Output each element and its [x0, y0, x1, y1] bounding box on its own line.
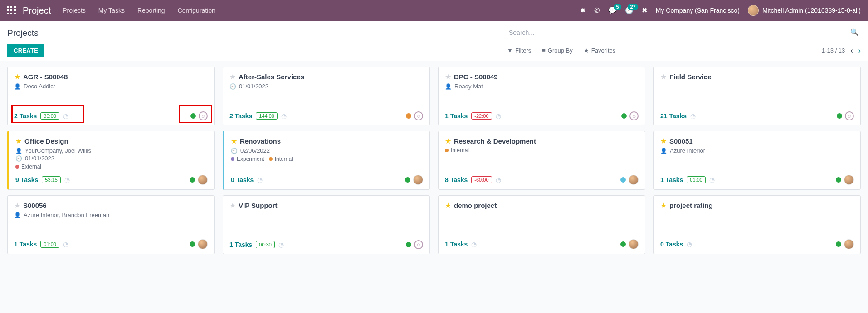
- clock-icon[interactable]: ◔: [496, 112, 501, 120]
- messages-icon[interactable]: 💬 5: [608, 6, 617, 14]
- status-dot-icon[interactable]: [837, 113, 842, 119]
- nav-link-mytasks[interactable]: My Tasks: [98, 7, 125, 14]
- clock-icon[interactable]: ◔: [63, 112, 68, 120]
- pager-prev-icon[interactable]: ‹: [850, 47, 853, 55]
- favorite-star-icon[interactable]: ★: [231, 137, 237, 145]
- tasks-link[interactable]: 2 Tasks: [14, 112, 37, 120]
- satisfaction-face-icon[interactable]: ☺: [414, 111, 423, 120]
- tasks-link[interactable]: 1 Tasks: [14, 241, 37, 248]
- favorites-button[interactable]: ★ Favorites: [584, 47, 615, 54]
- nav-link-reporting[interactable]: Reporting: [137, 7, 165, 14]
- favorite-star-icon[interactable]: ★: [229, 72, 236, 81]
- status-dot-icon[interactable]: [836, 241, 841, 247]
- favorite-star-icon[interactable]: ★: [445, 137, 451, 145]
- favorite-star-icon[interactable]: ★: [660, 201, 667, 210]
- status-dot-icon[interactable]: [405, 177, 410, 183]
- assignee-avatar-icon[interactable]: [844, 175, 854, 185]
- tasks-link[interactable]: 0 Tasks: [231, 176, 254, 183]
- apps-menu-icon[interactable]: [7, 6, 16, 15]
- project-card[interactable]: ★After-Sales Services🕘01/01/20222 Tasks1…: [223, 67, 430, 125]
- clock-icon[interactable]: ◔: [496, 176, 501, 183]
- status-dot-icon[interactable]: [620, 177, 626, 183]
- nav-link-configuration[interactable]: Configuration: [178, 7, 215, 14]
- status-dot-icon[interactable]: [406, 113, 411, 119]
- tasks-link[interactable]: 2 Tasks: [229, 112, 252, 120]
- clock-icon[interactable]: ◔: [690, 112, 696, 120]
- project-card[interactable]: ★VIP Support1 Tasks00:30◔☺: [223, 195, 430, 254]
- tasks-link[interactable]: 9 Tasks: [15, 176, 38, 183]
- satisfaction-face-icon[interactable]: ☺: [199, 111, 208, 120]
- phone-icon[interactable]: ✆: [594, 6, 600, 14]
- project-card[interactable]: ★DPC - S00049👤Ready Mat1 Tasks-22:00◔☺: [438, 67, 645, 125]
- app-brand[interactable]: Project: [23, 5, 51, 16]
- status-dot-icon[interactable]: [406, 242, 411, 247]
- groupby-button[interactable]: ≡ Group By: [542, 47, 573, 54]
- assignee-avatar-icon[interactable]: [844, 239, 854, 249]
- project-card[interactable]: ★S00056👤Azure Interior, Brandon Freeman1…: [7, 195, 215, 254]
- status-dot-icon[interactable]: [836, 177, 841, 183]
- search-input[interactable]: [507, 26, 861, 39]
- clock-icon[interactable]: ◔: [278, 241, 284, 248]
- satisfaction-face-icon[interactable]: ☺: [629, 111, 639, 120]
- favorite-star-icon[interactable]: ★: [660, 72, 667, 81]
- project-card[interactable]: ★Renovations🕘02/06/2022ExperimentInterna…: [223, 131, 430, 190]
- tasks-link[interactable]: 8 Tasks: [445, 176, 468, 183]
- favorite-star-icon[interactable]: ★: [660, 137, 667, 145]
- filters-button[interactable]: ▼ Filters: [507, 47, 531, 54]
- card-meta-text: Azure Interior, Brandon Freeman: [24, 212, 109, 218]
- status-dot-icon[interactable]: [620, 241, 626, 247]
- assignee-avatar-icon[interactable]: [629, 175, 639, 185]
- clock-icon[interactable]: ◔: [257, 176, 263, 183]
- status-dot-icon[interactable]: [190, 113, 196, 119]
- project-card[interactable]: ★S00051👤Azure Interior1 Tasks01:00◔: [653, 131, 861, 190]
- clock-icon[interactable]: ◔: [471, 241, 477, 248]
- project-card[interactable]: ★project rating0 Tasks◔: [653, 195, 861, 254]
- favorite-star-icon[interactable]: ★: [15, 137, 22, 145]
- assignee-avatar-icon[interactable]: [198, 239, 208, 249]
- tasks-link[interactable]: 1 Tasks: [445, 241, 468, 248]
- satisfaction-face-icon[interactable]: ☺: [845, 111, 854, 120]
- tag-dot-icon: [445, 149, 449, 152]
- satisfaction-face-icon[interactable]: ☺: [414, 240, 423, 249]
- assignee-avatar-icon[interactable]: [413, 175, 423, 185]
- favorite-star-icon[interactable]: ★: [229, 201, 236, 210]
- clock-icon: 🕘: [229, 83, 236, 90]
- favorite-star-icon[interactable]: ★: [445, 72, 451, 81]
- status-dot-icon[interactable]: [190, 241, 195, 247]
- project-card[interactable]: ★demo project1 Tasks◔: [438, 195, 645, 254]
- project-card[interactable]: ★AGR - S00048👤Deco Addict2 Tasks30:00◔☺: [7, 67, 215, 125]
- company-switcher[interactable]: My Company (San Francisco): [656, 7, 740, 14]
- project-card[interactable]: ★Field Service21 Tasks◔☺: [653, 67, 861, 125]
- tasks-link[interactable]: 1 Tasks: [229, 241, 252, 248]
- tasks-link[interactable]: 0 Tasks: [660, 241, 683, 248]
- clock-icon[interactable]: ◔: [709, 176, 715, 183]
- clock-icon[interactable]: ◔: [687, 241, 692, 248]
- tasks-link[interactable]: 1 Tasks: [660, 176, 683, 183]
- project-card[interactable]: ★Office Design👤YourCompany, Joel Willis🕘…: [7, 131, 215, 190]
- bug-icon[interactable]: ✸: [580, 6, 586, 14]
- project-card[interactable]: ★Research & DevelopmentInternal8 Tasks-6…: [438, 131, 645, 190]
- create-button[interactable]: CREATE: [7, 44, 44, 57]
- status-dot-icon[interactable]: [190, 177, 195, 183]
- favorite-star-icon[interactable]: ★: [445, 201, 451, 210]
- tasks-link[interactable]: 1 Tasks: [445, 112, 468, 120]
- tag-label: Internal: [275, 156, 293, 162]
- tasks-link[interactable]: 21 Tasks: [660, 112, 687, 120]
- assignee-avatar-icon[interactable]: [198, 175, 208, 185]
- card-meta-text: Azure Interior: [670, 147, 705, 154]
- tools-icon[interactable]: ✖: [642, 6, 648, 14]
- clock-icon[interactable]: ◔: [281, 112, 287, 120]
- assignee-avatar-icon[interactable]: [629, 239, 639, 249]
- status-dot-icon[interactable]: [621, 113, 627, 119]
- pager-next-icon[interactable]: ›: [858, 47, 861, 55]
- clock-icon[interactable]: ◔: [63, 241, 68, 248]
- tag-dot-icon: [269, 157, 273, 161]
- user-menu[interactable]: Mitchell Admin (12016339-15-0-all): [748, 5, 861, 16]
- favorite-star-icon[interactable]: ★: [14, 72, 20, 81]
- card-title: demo project: [454, 202, 497, 209]
- activities-icon[interactable]: 🕘 27: [625, 6, 634, 14]
- favorite-star-icon[interactable]: ★: [14, 201, 20, 210]
- clock-icon[interactable]: ◔: [64, 176, 70, 183]
- search-icon[interactable]: 🔍: [850, 28, 859, 36]
- nav-link-projects[interactable]: Projects: [63, 7, 86, 14]
